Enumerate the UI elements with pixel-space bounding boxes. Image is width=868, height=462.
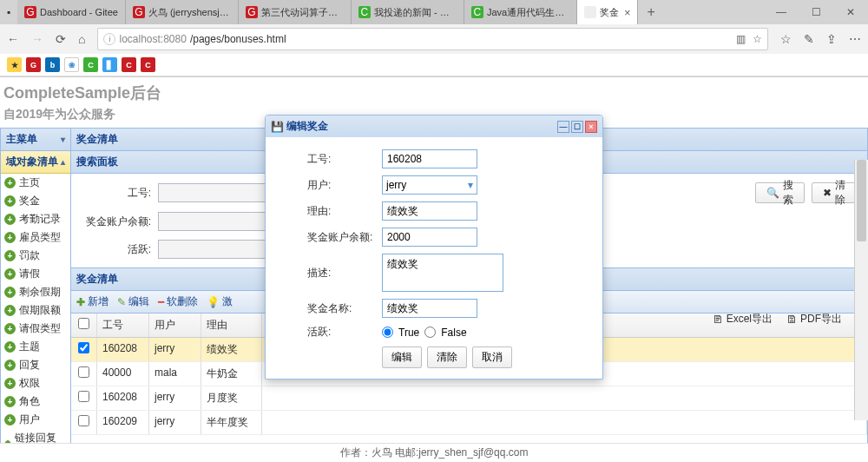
label-desc: 描述: <box>307 266 382 280</box>
user-combo[interactable]: jerry▾ <box>382 175 477 195</box>
sidebar-item[interactable]: +回复 <box>1 356 70 374</box>
chevron-up-icon[interactable]: ▴ <box>61 157 65 167</box>
url-host: localhost:8080 <box>119 33 186 45</box>
nav-bar: ← → ⟳ ⌂ i localhost:8080/pages/bonuses.h… <box>0 24 868 54</box>
close-window-button[interactable]: ✕ <box>833 0 868 24</box>
sidebar-item[interactable]: +用户 <box>1 411 70 429</box>
more-button[interactable]: ⋯ <box>849 32 861 46</box>
row-checkbox[interactable] <box>78 415 89 426</box>
sidebar-item-label: 雇员类型 <box>19 230 61 245</box>
pdf-export-button[interactable]: 🖺PDF导出 <box>786 312 842 327</box>
sidebar-item[interactable]: +假期限额 <box>1 301 70 320</box>
active-true-radio[interactable] <box>382 327 393 338</box>
name-input[interactable] <box>382 299 477 318</box>
maximize-dialog-button[interactable]: ☐ <box>571 121 583 133</box>
balance-input[interactable] <box>382 228 477 247</box>
minimize-button[interactable]: — <box>764 0 799 24</box>
search-button[interactable]: 🔍搜索 <box>755 182 805 203</box>
col-reason[interactable]: 理由 <box>201 314 262 337</box>
dialog-clear-button[interactable]: 清除 <box>427 346 467 368</box>
close-icon[interactable]: × <box>624 6 631 19</box>
sidebar-item[interactable]: +主页 <box>1 174 70 192</box>
tab-3[interactable]: C我投递的新闻 - MS&A( <box>352 0 464 24</box>
table-row[interactable]: 160209jerry半年度奖 <box>71 411 867 435</box>
tab-2[interactable]: G第三代动词算子式代码 <box>239 0 352 24</box>
close-dialog-button[interactable]: × <box>585 121 597 133</box>
sidebar-item[interactable]: +请假 <box>1 265 70 283</box>
reason-input[interactable] <box>382 201 477 221</box>
vertical-scrollbar[interactable] <box>854 160 868 420</box>
scrollbar-thumb[interactable] <box>857 160 866 241</box>
dialog-cancel-button[interactable]: 取消 <box>472 346 512 368</box>
bookmark-icon[interactable]: ★ <box>7 57 22 72</box>
sidebar-item[interactable]: +权限 <box>1 374 70 393</box>
bookmark-icon[interactable]: C <box>122 57 136 72</box>
page-title: CompleteSample后台 <box>3 82 865 103</box>
tab-0[interactable]: GDashboard - Gitee <box>17 0 126 24</box>
row-checkbox[interactable] <box>78 366 89 378</box>
bookmark-icon[interactable]: C <box>83 57 98 72</box>
sidebar-item[interactable]: +请假类型 <box>1 320 70 338</box>
cell-reason: 牛奶金 <box>201 362 262 386</box>
desc-textarea[interactable]: 绩效奖 <box>382 254 503 292</box>
new-tab-button[interactable]: + <box>638 4 663 20</box>
sidebar-item[interactable]: +剩余假期 <box>1 283 70 301</box>
refresh-button[interactable]: ⟳ <box>56 32 66 46</box>
label-name: 奖金名称: <box>307 301 382 316</box>
forward-button[interactable]: → <box>31 32 43 46</box>
share-button[interactable]: ⇪ <box>826 32 837 46</box>
address-bar[interactable]: i localhost:8080/pages/bonuses.html ▥☆ <box>97 28 768 50</box>
main-menu-header[interactable]: 主菜单▾ <box>1 129 70 151</box>
bookmark-icon[interactable]: C <box>141 57 155 72</box>
label-balance: 奖金账户余额: <box>82 214 151 229</box>
row-checkbox[interactable] <box>78 391 89 402</box>
sidebar-item[interactable]: +罚款 <box>1 247 70 265</box>
tab-5[interactable]: 奖金× <box>577 0 639 24</box>
cell-user: jerry <box>149 338 201 361</box>
bookmark-icon[interactable]: b <box>45 57 60 72</box>
plus-icon: + <box>4 214 16 225</box>
sidebar-item[interactable]: +考勤记录 <box>1 210 70 228</box>
tab-1[interactable]: G火鸟 (jerryshensjf) - Git <box>126 0 239 24</box>
table-row[interactable]: 160208jerry月度奖 <box>71 386 867 411</box>
info-icon[interactable]: i <box>103 33 115 45</box>
notes-button[interactable]: ✎ <box>804 32 814 46</box>
export-buttons: 🖹Excel导出 🖺PDF导出 <box>713 312 842 327</box>
sidebar-item[interactable]: +主题 <box>1 338 70 356</box>
maximize-button[interactable]: ☐ <box>799 0 833 24</box>
bookmark-icon[interactable]: ❀ <box>64 57 79 72</box>
reader-icon[interactable]: ▥ <box>736 33 746 45</box>
col-user[interactable]: 用户 <box>149 314 201 337</box>
softdelete-button[interactable]: ━软删除 <box>158 294 198 309</box>
clear-button[interactable]: ✖清除 <box>812 182 857 203</box>
minimize-dialog-button[interactable]: — <box>557 121 569 133</box>
dialog-edit-button[interactable]: 编辑 <box>382 346 422 368</box>
dialog-header[interactable]: 💾 编辑奖金 — ☐ × <box>266 116 602 137</box>
add-button[interactable]: ✚新增 <box>76 294 108 309</box>
row-checkbox[interactable] <box>78 342 89 353</box>
tab-4[interactable]: CJava通用代码生成器光 <box>464 0 577 24</box>
chevron-down-icon[interactable]: ▾ <box>61 135 65 144</box>
sidebar-item-label: 权限 <box>19 376 40 391</box>
pdf-icon: 🖺 <box>786 314 797 326</box>
col-emp-no[interactable]: 工号 <box>97 314 149 337</box>
search-icon: 🔍 <box>766 187 779 199</box>
home-button[interactable]: ⌂ <box>78 32 85 46</box>
emp-no-input[interactable] <box>382 149 477 168</box>
active-false-radio[interactable] <box>424 327 436 338</box>
bookmark-icon[interactable]: ▋ <box>102 57 117 72</box>
activate-button[interactable]: 💡激 <box>207 294 233 309</box>
back-button[interactable]: ← <box>7 32 19 46</box>
menu-list: +主页+奖金+考勤记录+雇员类型+罚款+请假+剩余假期+假期限额+请假类型+主题… <box>1 174 70 448</box>
sidebar-item[interactable]: +角色 <box>1 393 70 411</box>
tabs-bar: ▪ GDashboard - Gitee G火鸟 (jerryshensjf) … <box>0 0 868 24</box>
bookmark-icon[interactable]: G <box>26 57 41 72</box>
domain-list-header[interactable]: 域对象清单▴ <box>1 151 70 174</box>
edit-button[interactable]: ✎编辑 <box>117 294 149 309</box>
col-checkbox[interactable] <box>71 314 97 337</box>
sidebar-item[interactable]: +奖金 <box>1 192 70 210</box>
sidebar-item[interactable]: +雇员类型 <box>1 228 70 247</box>
favorites-button[interactable]: ☆ <box>780 32 792 46</box>
favorite-icon[interactable]: ☆ <box>753 33 762 45</box>
excel-export-button[interactable]: 🖹Excel导出 <box>713 312 773 327</box>
